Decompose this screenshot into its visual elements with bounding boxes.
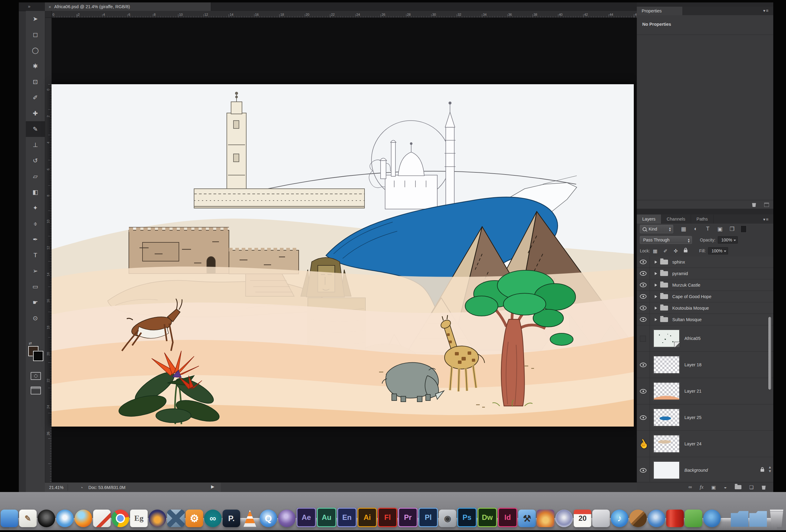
tab-channels[interactable]: Channels xyxy=(661,215,691,224)
photoshop[interactable]: Ps xyxy=(457,508,477,527)
blur-tool[interactable]: ✦ xyxy=(26,200,45,216)
layer-visibility-toggle[interactable]: ☝ xyxy=(637,303,650,314)
dreamweaver[interactable]: Dw xyxy=(478,508,497,527)
brush-tool[interactable]: ✎ xyxy=(26,121,45,137)
openoffice[interactable] xyxy=(703,510,721,527)
layer-visibility-toggle[interactable]: ☝ xyxy=(637,378,650,404)
group-expand-arrow-icon[interactable] xyxy=(655,295,657,298)
iphoto[interactable] xyxy=(537,510,554,527)
layer-visibility-toggle[interactable]: ☝ xyxy=(637,405,650,431)
link-layers-icon[interactable]: ∞ xyxy=(688,484,692,490)
layers-panel-menu-icon[interactable]: ▾≡ xyxy=(763,217,769,222)
eraser-tool[interactable]: ▱ xyxy=(26,168,45,184)
layer-row[interactable]: ☝ Layer 24 xyxy=(637,431,773,457)
filter-type-layers-icon[interactable]: T xyxy=(702,226,714,233)
prelude[interactable]: Pl xyxy=(418,508,438,527)
documents-folder[interactable] xyxy=(749,510,767,527)
arduino[interactable]: ∞ xyxy=(204,510,222,527)
filter-smart-objects-icon[interactable]: ❒ xyxy=(726,226,738,233)
toolbar-collapse-icon[interactable]: » xyxy=(28,4,30,9)
dvd-player[interactable] xyxy=(648,510,665,527)
textedit[interactable]: ✎ xyxy=(19,510,37,527)
close-tab-icon[interactable]: × xyxy=(48,4,51,9)
layer-visibility-toggle[interactable]: ☝ xyxy=(637,291,650,302)
opacity-value[interactable]: 100% xyxy=(718,236,738,244)
layer-row[interactable]: ☝ Layer 18 xyxy=(637,352,773,378)
layer-visibility-toggle[interactable]: ☝ xyxy=(637,256,650,267)
x11[interactable] xyxy=(167,510,185,527)
layer-row[interactable]: ☝ sphinx xyxy=(637,256,773,268)
filter-adjustment-layers-icon[interactable]: ◐ xyxy=(690,226,702,233)
zoom-tool[interactable]: ⊙ xyxy=(26,310,45,326)
adjustment-layer-icon[interactable]: ◒ xyxy=(724,484,727,490)
new-group-icon[interactable] xyxy=(735,485,741,489)
group-expand-arrow-icon[interactable] xyxy=(655,318,657,321)
layer-row[interactable]: ☝ Murzuk Castle xyxy=(637,279,773,291)
layer-thumbnail[interactable] xyxy=(653,330,679,347)
after-effects[interactable]: Ae xyxy=(297,508,316,527)
layer-row[interactable]: ☝ pyramid xyxy=(637,268,773,279)
quicktime[interactable]: Q xyxy=(259,510,277,527)
idvd[interactable] xyxy=(555,510,573,527)
premiere[interactable]: Pr xyxy=(398,508,418,527)
dodge-tool[interactable]: ⌽ xyxy=(26,216,45,232)
layer-thumbnail[interactable] xyxy=(653,409,679,426)
shape-tool[interactable]: ▭ xyxy=(26,279,45,294)
preview[interactable] xyxy=(592,510,610,527)
layer-thumbnail[interactable] xyxy=(653,435,679,453)
crop-tool[interactable]: ⊡ xyxy=(26,74,45,90)
eclipse[interactable] xyxy=(278,510,296,527)
group-expand-arrow-icon[interactable] xyxy=(655,284,657,287)
document-canvas[interactable] xyxy=(51,84,634,427)
eyedropper-tool[interactable]: ✐ xyxy=(26,90,45,105)
processing[interactable]: P. xyxy=(223,510,240,527)
layer-row[interactable]: ☝ Layer 21 xyxy=(637,378,773,405)
firefox[interactable] xyxy=(75,510,92,527)
screen-mode-icon[interactable] xyxy=(31,387,41,394)
xcode[interactable]: ⚒ xyxy=(518,510,536,527)
layer-thumbnail[interactable] xyxy=(653,382,679,400)
tab-paths[interactable]: Paths xyxy=(691,215,714,224)
layer-row[interactable]: ☝ Background xyxy=(637,457,773,482)
garageband[interactable] xyxy=(629,510,647,527)
delete-icon[interactable] xyxy=(752,202,756,207)
layer-row[interactable]: ☝ Africa05 xyxy=(637,325,773,352)
layer-row[interactable]: ☝ Cape of Good Hope xyxy=(637,291,773,303)
flash[interactable]: Fl xyxy=(378,508,397,527)
healing-brush-tool[interactable]: ✚ xyxy=(26,105,45,121)
evernote[interactable] xyxy=(685,510,702,527)
audacity[interactable] xyxy=(148,510,166,527)
image-capture[interactable]: ◉ xyxy=(439,510,456,527)
group-expand-arrow-icon[interactable] xyxy=(655,261,657,264)
layer-effects-icon[interactable]: fx xyxy=(700,484,703,490)
document-tab[interactable]: × Africa06.psd @ 21.4% (giraffe, RGB/8) xyxy=(45,2,211,11)
group-expand-arrow-icon[interactable] xyxy=(655,307,657,310)
layer-visibility-toggle[interactable]: ☝ xyxy=(637,457,650,482)
history-brush-tool[interactable]: ↺ xyxy=(26,153,45,168)
layer-thumbnail[interactable] xyxy=(653,356,679,373)
filter-pixel-layers-icon[interactable]: ▦ xyxy=(677,226,690,233)
move-tool[interactable]: ➤ xyxy=(26,11,45,27)
clone-stamp-tool[interactable]: ⊥ xyxy=(26,137,45,153)
safari[interactable] xyxy=(56,510,74,527)
layer-visibility-toggle[interactable]: ☝ xyxy=(637,352,650,378)
tab-layers[interactable]: Layers xyxy=(637,215,661,224)
layer-visibility-toggle[interactable]: ☝ xyxy=(637,431,650,457)
trash[interactable] xyxy=(768,510,785,527)
scrollbar-arrows[interactable]: ▲▼ xyxy=(768,465,772,473)
layer-row[interactable]: ☝ Layer 25 xyxy=(637,405,773,431)
drawing-app[interactable] xyxy=(93,510,111,527)
vlc[interactable] xyxy=(241,510,259,527)
layer-visibility-toggle[interactable]: ☝ xyxy=(637,279,650,291)
background-color-swatch[interactable] xyxy=(33,351,43,361)
new-layer-icon[interactable]: ❏ xyxy=(749,484,754,490)
lock-transparency-icon[interactable]: ▦ xyxy=(650,248,660,254)
orange-gear-app[interactable]: ⚙ xyxy=(186,510,203,527)
dashboard[interactable] xyxy=(38,510,55,527)
pen-tool[interactable]: ✒ xyxy=(26,232,45,247)
ical[interactable]: 20 xyxy=(574,510,591,527)
itunes[interactable]: ♪ xyxy=(611,510,628,527)
type-tool[interactable]: T xyxy=(26,247,45,263)
lasso-tool[interactable]: ◯ xyxy=(26,42,45,58)
hand-tool[interactable]: ☛ xyxy=(26,294,45,310)
